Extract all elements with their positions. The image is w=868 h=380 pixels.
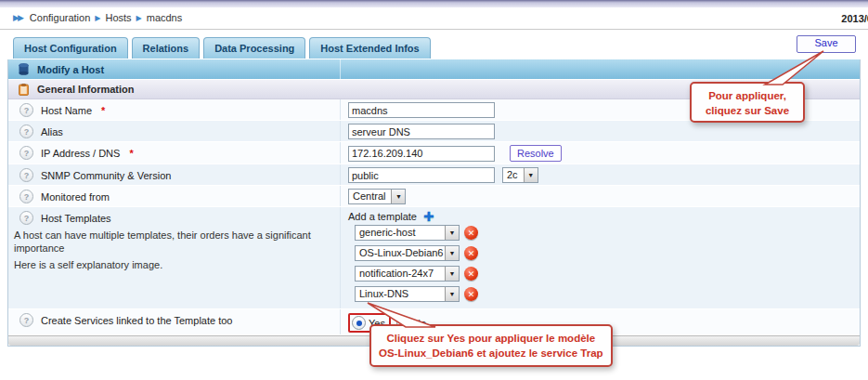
monitored-from-value: Central: [349, 190, 391, 203]
chevron-down-icon: ▼: [445, 287, 459, 301]
breadcrumb-divider: [0, 29, 868, 30]
template-row: OS-Linux-Debian6 ▼ ✕: [355, 245, 854, 261]
tab-relations[interactable]: Relations: [132, 37, 201, 59]
help-icon[interactable]: ?: [19, 124, 33, 138]
delete-template-icon[interactable]: ✕: [464, 246, 478, 260]
chevron-down-icon: ▼: [445, 267, 459, 281]
snmp-row: ? SNMP Community & Version 2c ▼: [8, 164, 860, 186]
tab-host-extended-infos[interactable]: Host Extended Infos: [309, 37, 430, 59]
tab-data-processing[interactable]: Data Processing: [203, 37, 305, 59]
required-asterisk: *: [101, 105, 105, 116]
breadcrumb-item-hosts[interactable]: Hosts: [105, 12, 131, 23]
help-icon[interactable]: ?: [19, 103, 33, 117]
snmp-version-value: 2c: [503, 168, 524, 182]
save-button[interactable]: Save: [797, 35, 856, 53]
yes-callout-line2: OS-Linux_Debian6 et ajoutez le service T…: [379, 346, 603, 360]
delete-template-icon[interactable]: ✕: [464, 226, 478, 240]
host-templates-label: Host Templates: [41, 213, 111, 224]
template-select-1[interactable]: generic-host ▼: [355, 225, 460, 241]
monitored-from-row: ? Monitored from Central ▼: [8, 186, 860, 207]
tab-host-configuration[interactable]: Host Configuration: [13, 37, 128, 59]
snmp-label: SNMP Community & Version: [41, 170, 171, 181]
yes-callout: Cliquez sur Yes pour appliquer le modèle…: [369, 324, 613, 367]
ip-address-label: IP Address / DNS: [41, 148, 120, 159]
snmp-community-input[interactable]: [348, 167, 495, 183]
host-templates-description-2: Here is a self explanatory image.: [14, 258, 334, 271]
modify-host-title: Modify a Host: [37, 64, 104, 75]
help-icon[interactable]: ?: [19, 190, 33, 203]
host-templates-description: A host can have multiple templates, thei…: [14, 229, 334, 255]
template-select-2-value: OS-Linux-Debian6: [356, 246, 445, 260]
date-display: 2013/0: [841, 13, 868, 24]
host-templates-row: ? Host Templates A host can have multipl…: [8, 207, 860, 309]
help-icon[interactable]: ?: [19, 313, 33, 327]
help-icon[interactable]: ?: [19, 211, 33, 225]
breadcrumb-double-arrow-icon: ▶▶: [13, 13, 22, 22]
template-row: notification-24x7 ▼ ✕: [355, 266, 854, 282]
template-select-3[interactable]: notification-24x7 ▼: [355, 266, 460, 282]
tab-bar: Host Configuration Relations Data Proces…: [13, 37, 431, 59]
host-name-input[interactable]: [348, 102, 495, 118]
chevron-down-icon: ▼: [391, 190, 405, 203]
template-row: Linux-DNS ▼ ✕: [355, 286, 854, 302]
general-information-title: General Information: [37, 84, 135, 95]
top-menu-remnant: [0, 0, 868, 8]
breadcrumb-item-configuration[interactable]: Configuration: [30, 12, 90, 23]
modify-host-header: Modify a Host: [8, 59, 860, 79]
required-asterisk: *: [129, 148, 133, 159]
chevron-down-icon: ▼: [445, 226, 459, 240]
delete-template-icon[interactable]: ✕: [464, 267, 478, 281]
save-callout-line2: cliquez sur Save: [699, 103, 796, 118]
chevron-down-icon: ▼: [445, 246, 459, 260]
template-select-1-value: generic-host: [356, 226, 445, 240]
host-name-label: Host Name: [41, 105, 92, 116]
alias-input[interactable]: [348, 124, 495, 139]
help-icon[interactable]: ?: [19, 146, 33, 160]
chevron-down-icon: ▼: [524, 168, 538, 182]
snmp-version-select[interactable]: 2c ▼: [502, 167, 538, 183]
template-select-2[interactable]: OS-Linux-Debian6 ▼: [355, 245, 460, 261]
monitored-from-label: Monitored from: [41, 191, 110, 203]
template-row: generic-host ▼ ✕: [355, 225, 854, 241]
save-callout-line1: Pour appliquer,: [699, 88, 796, 103]
resolve-button[interactable]: Resolve: [510, 145, 562, 162]
clipboard-icon: [19, 84, 29, 96]
template-select-4[interactable]: Linux-DNS ▼: [355, 286, 460, 302]
delete-template-icon[interactable]: ✕: [464, 287, 478, 301]
monitored-from-select[interactable]: Central ▼: [348, 189, 406, 204]
save-callout: Pour appliquer, cliquez sur Save: [690, 82, 805, 123]
alias-label: Alias: [41, 126, 63, 138]
ip-address-input[interactable]: [348, 146, 495, 162]
database-icon: [19, 63, 29, 75]
template-select-4-value: Linux-DNS: [356, 287, 445, 301]
breadcrumb-item-macdns: macdns: [147, 12, 183, 23]
breadcrumb: ▶▶ Configuration ▶ Hosts ▶ macdns: [13, 12, 182, 23]
template-select-3-value: notification-24x7: [356, 267, 445, 281]
host-configuration-page: ▶▶ Configuration ▶ Hosts ▶ macdns 2013/0…: [0, 0, 868, 380]
yes-radio[interactable]: [352, 316, 366, 330]
breadcrumb-arrow-icon: ▶: [95, 14, 100, 22]
ip-address-row: ? IP Address / DNS * Resolve: [8, 142, 860, 164]
help-icon[interactable]: ?: [19, 168, 33, 182]
alias-row: ? Alias: [8, 121, 860, 142]
yes-callout-line1: Cliquez sur Yes pour appliquer le modèle: [379, 331, 603, 346]
breadcrumb-arrow-icon: ▶: [136, 14, 142, 22]
add-template-plus-icon[interactable]: ✚: [423, 211, 434, 222]
create-services-label: Create Services linked to the Template t…: [41, 315, 232, 326]
add-template-label: Add a template: [348, 211, 417, 222]
